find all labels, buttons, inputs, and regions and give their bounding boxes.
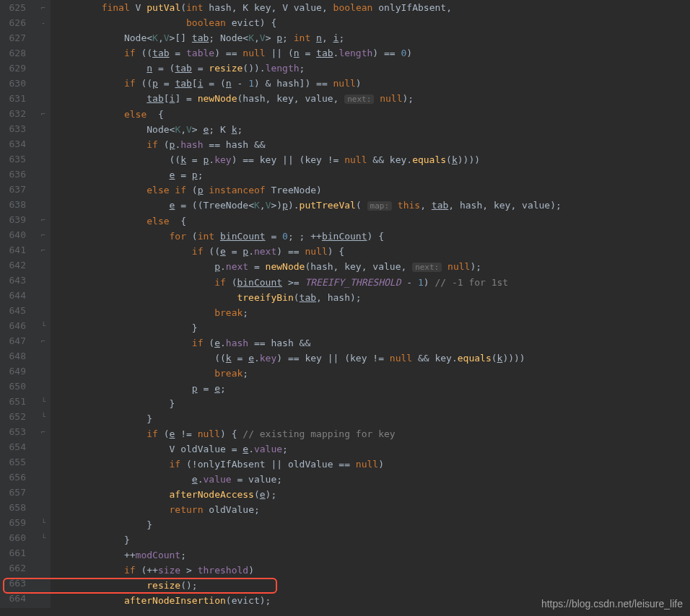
fold-marker[interactable]: ⌐ (36, 242, 51, 258)
line-number: 649 (0, 364, 26, 379)
line-number: 663 (0, 576, 26, 591)
fold-marker[interactable] (36, 61, 51, 76)
fold-marker[interactable]: ⌐ (36, 106, 51, 121)
fold-marker[interactable]: ⌐ (36, 333, 51, 348)
code-line[interactable]: Node<K,V> e; K k; (56, 122, 562, 137)
code-line[interactable]: ((k = p.key) == key || (key != null && k… (56, 152, 562, 167)
fold-marker[interactable] (36, 273, 51, 288)
code-line[interactable]: break; (56, 366, 562, 381)
line-number: 662 (0, 560, 26, 576)
line-number: 644 (0, 288, 26, 303)
code-line[interactable]: p = e; (56, 381, 562, 396)
code-line[interactable]: } (56, 532, 562, 547)
fold-marker[interactable] (36, 560, 51, 576)
code-line[interactable]: if (p.hash == hash && (56, 137, 562, 152)
line-number: 637 (0, 182, 26, 197)
code-line[interactable]: n = (tab = resize()).length; (56, 61, 562, 76)
fold-marker[interactable] (36, 470, 51, 485)
code-line[interactable]: if ((p = tab[i = (n - 1) & hash]) == nul… (56, 76, 562, 91)
fold-column[interactable]: ⌐- ⌐ ⌐⌐⌐ └⌐ └└⌐ └└ (36, 0, 51, 608)
line-number: 664 (0, 591, 26, 606)
fold-marker[interactable]: └ (36, 318, 51, 333)
fold-marker[interactable] (36, 545, 51, 560)
fold-marker[interactable] (36, 258, 51, 273)
code-line[interactable]: } (56, 320, 562, 335)
code-line[interactable]: else { (56, 214, 562, 229)
code-line[interactable]: return oldValue; (56, 502, 562, 517)
code-line[interactable]: if (e != null) { // existing mapping for… (56, 426, 562, 441)
code-line[interactable]: if (binCount >= TREEIFY_THRESHOLD - 1) /… (56, 275, 562, 290)
code-line[interactable]: if (!onlyIfAbsent || oldValue == null) (56, 457, 562, 472)
line-number: 629 (0, 61, 26, 76)
code-line[interactable]: treeifyBin(tab, hash); (56, 290, 562, 305)
code-line[interactable]: tab[i] = newNode(hash, key, value, next:… (56, 91, 562, 107)
fold-marker[interactable] (36, 76, 51, 91)
line-number: 630 (0, 76, 26, 91)
code-line[interactable]: Node<K,V>[] tab; Node<K,V> p; int n, i; (56, 30, 562, 45)
fold-marker[interactable]: ⌐ (36, 212, 51, 227)
fold-marker[interactable] (36, 348, 51, 364)
fold-marker[interactable]: ⌐ (36, 424, 51, 439)
fold-marker[interactable] (36, 576, 51, 591)
code-line[interactable]: ++modCount; (56, 547, 562, 563)
fold-marker[interactable] (36, 197, 51, 212)
fold-marker[interactable] (36, 485, 51, 500)
code-line[interactable]: else if (p instanceof TreeNode) (56, 182, 562, 198)
code-line[interactable]: break; (56, 305, 562, 320)
code-line[interactable]: } (56, 411, 562, 426)
fold-marker[interactable] (36, 45, 51, 61)
code-line[interactable]: if ((tab = table) == null || (n = tab.le… (56, 45, 562, 61)
code-line[interactable]: boolean evict) { (56, 15, 562, 30)
fold-marker[interactable] (36, 167, 51, 182)
fold-marker[interactable] (36, 136, 51, 151)
line-number: 653 (0, 424, 26, 439)
code-line[interactable]: ((k = e.key) == key || (key != null && k… (56, 351, 562, 366)
fold-marker[interactable]: ⌐ (36, 227, 51, 242)
fold-marker[interactable] (36, 303, 51, 318)
code-line[interactable]: e.value = value; (56, 472, 562, 487)
fold-marker[interactable] (36, 288, 51, 303)
code-line[interactable]: e = p; (56, 167, 562, 182)
fold-marker[interactable]: ⌐ (36, 0, 51, 15)
line-number: 645 (0, 303, 26, 318)
fold-marker[interactable] (36, 121, 51, 136)
fold-marker[interactable] (36, 30, 51, 45)
code-line[interactable]: } (56, 396, 562, 411)
line-number: 635 (0, 151, 26, 167)
fold-marker[interactable] (36, 439, 51, 454)
code-line[interactable]: afterNodeInsertion(evict); (56, 593, 562, 608)
code-line[interactable]: if (++size > threshold) (56, 563, 562, 578)
code-line[interactable]: for (int binCount = 0; ; ++binCount) { (56, 229, 562, 244)
line-number: 658 (0, 500, 26, 515)
line-number: 656 (0, 470, 26, 485)
line-number: 659 (0, 515, 26, 530)
fold-marker[interactable]: └ (36, 394, 51, 409)
code-line[interactable]: if ((e = p.next) == null) { (56, 244, 562, 259)
fold-marker[interactable] (36, 500, 51, 515)
line-number: 655 (0, 454, 26, 470)
code-area[interactable]: final V putVal(int hash, K key, V value,… (51, 0, 562, 608)
code-line[interactable]: V oldValue = e.value; (56, 441, 562, 457)
code-line[interactable]: if (e.hash == hash && (56, 335, 562, 351)
code-line[interactable]: afterNodeAccess(e); (56, 487, 562, 502)
code-line[interactable]: e = ((TreeNode<K,V>)p).putTreeVal( map: … (56, 198, 562, 214)
watermark-text: https://blog.csdn.net/leisure_life (541, 597, 683, 612)
fold-marker[interactable] (36, 364, 51, 379)
fold-marker[interactable] (36, 379, 51, 394)
fold-marker[interactable] (36, 91, 51, 106)
code-line[interactable]: resize(); (56, 578, 562, 593)
fold-marker[interactable] (36, 591, 51, 606)
fold-marker[interactable]: └ (36, 515, 51, 530)
code-line[interactable]: p.next = newNode(hash, key, value, next:… (56, 259, 562, 275)
fold-marker[interactable]: └ (36, 409, 51, 424)
fold-marker[interactable] (36, 454, 51, 470)
code-line[interactable]: } (56, 517, 562, 532)
fold-marker[interactable] (36, 182, 51, 197)
code-editor: 6256266276286296306316326336346356366376… (0, 0, 690, 608)
code-line[interactable]: else { (56, 107, 562, 122)
fold-marker[interactable]: - (36, 15, 51, 30)
fold-marker[interactable]: └ (36, 530, 51, 545)
code-line[interactable]: final V putVal(int hash, K key, V value,… (56, 0, 562, 15)
fold-marker[interactable] (36, 151, 51, 167)
line-number: 660 (0, 530, 26, 545)
